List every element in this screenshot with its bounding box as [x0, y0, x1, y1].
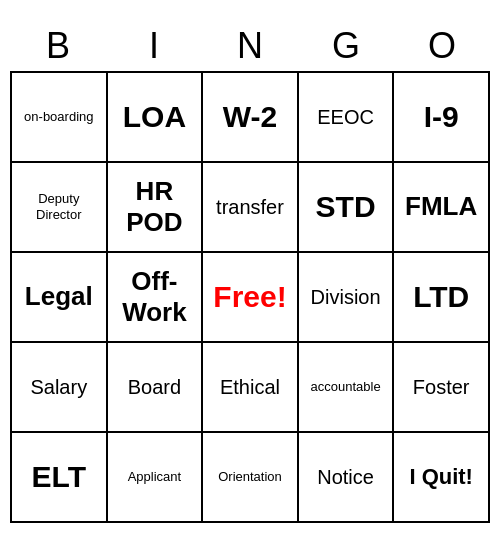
cell-label: I-9 — [424, 99, 459, 135]
cell-label: W-2 — [223, 99, 277, 135]
cell-label: Notice — [317, 465, 374, 489]
cell-label: Foster — [413, 375, 470, 399]
bingo-cell: ELT — [12, 433, 108, 523]
header-letter: G — [298, 21, 394, 71]
bingo-cell: HR POD — [108, 163, 204, 253]
bingo-cell: Free! — [203, 253, 299, 343]
cell-label: Salary — [30, 375, 87, 399]
bingo-cell: Off-Work — [108, 253, 204, 343]
bingo-cell: Ethical — [203, 343, 299, 433]
cell-label: Orientation — [218, 469, 282, 485]
bingo-cell: Foster — [394, 343, 490, 433]
bingo-cell: LTD — [394, 253, 490, 343]
bingo-cell: Legal — [12, 253, 108, 343]
cell-label: Board — [128, 375, 181, 399]
bingo-cell: LOA — [108, 73, 204, 163]
cell-label: FMLA — [405, 191, 477, 222]
bingo-cell: Applicant — [108, 433, 204, 523]
cell-label: Free! — [213, 279, 286, 315]
cell-label: EEOC — [317, 105, 374, 129]
cell-label: Deputy Director — [16, 191, 102, 222]
header-letter: B — [10, 21, 106, 71]
cell-label: LOA — [123, 99, 186, 135]
bingo-cell: STD — [299, 163, 395, 253]
cell-label: ELT — [32, 459, 86, 495]
bingo-cell: I-9 — [394, 73, 490, 163]
header-letter: I — [106, 21, 202, 71]
bingo-cell: transfer — [203, 163, 299, 253]
cell-label: LTD — [413, 279, 469, 315]
header-letter: N — [202, 21, 298, 71]
cell-label: on-boarding — [24, 109, 93, 125]
bingo-cell: W-2 — [203, 73, 299, 163]
cell-label: STD — [316, 189, 376, 225]
cell-label: Legal — [25, 281, 93, 312]
bingo-cell: accountable — [299, 343, 395, 433]
bingo-cell: Board — [108, 343, 204, 433]
cell-label: transfer — [216, 195, 284, 219]
bingo-grid: on-boardingLOAW-2EEOCI-9Deputy DirectorH… — [10, 71, 490, 523]
bingo-header: BINGO — [10, 21, 490, 71]
cell-label: Division — [311, 285, 381, 309]
bingo-cell: Orientation — [203, 433, 299, 523]
cell-label: Off-Work — [112, 266, 198, 328]
cell-label: Ethical — [220, 375, 280, 399]
bingo-cell: I Quit! — [394, 433, 490, 523]
bingo-cell: Deputy Director — [12, 163, 108, 253]
header-letter: O — [394, 21, 490, 71]
bingo-cell: Notice — [299, 433, 395, 523]
bingo-cell: Division — [299, 253, 395, 343]
bingo-card: BINGO on-boardingLOAW-2EEOCI-9Deputy Dir… — [10, 21, 490, 523]
cell-label: accountable — [311, 379, 381, 395]
bingo-cell: on-boarding — [12, 73, 108, 163]
cell-label: HR POD — [112, 176, 198, 238]
bingo-cell: FMLA — [394, 163, 490, 253]
bingo-cell: Salary — [12, 343, 108, 433]
bingo-cell: EEOC — [299, 73, 395, 163]
cell-label: Applicant — [128, 469, 181, 485]
cell-label: I Quit! — [409, 464, 473, 490]
